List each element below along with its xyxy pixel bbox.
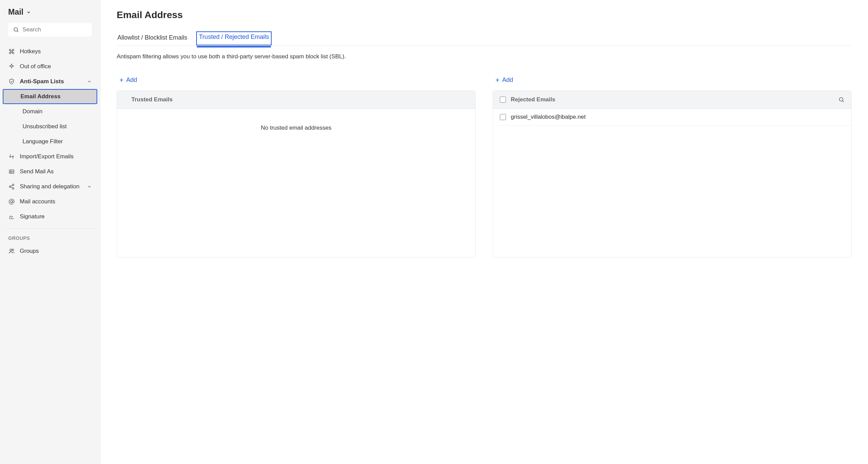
sidebar-item-send-mail-as[interactable]: Send Mail As [0,164,100,179]
share-icon [8,183,15,190]
svg-point-12 [12,249,14,251]
chevron-down-icon [87,184,92,189]
svg-point-5 [9,186,11,188]
plus-icon: + [119,77,124,84]
row-checkbox[interactable] [500,114,506,120]
sidebar-item-import-export[interactable]: Import/Export Emails [0,149,100,164]
sidebar-item-label: Unsubscribed list [23,123,67,130]
svg-point-3 [10,171,11,172]
sidebar-item-anti-spam[interactable]: Anti-Spam Lists [0,74,100,89]
id-card-icon [8,168,15,175]
tab-label: Allowlist / Blocklist Emails [117,34,187,41]
sidebar: Mail Hotkeys Out of office Anti-Spam Lis… [0,0,100,464]
sidebar-item-label: Out of office [20,63,51,70]
trusted-panel: + Add Trusted Emails No trusted email ad… [117,74,476,258]
add-rejected-button[interactable]: + Add [493,74,852,86]
sidebar-item-groups[interactable]: Groups [0,244,100,259]
trusted-empty-state: No trusted email addresses [117,109,475,257]
divider [5,228,95,229]
at-icon [8,198,15,205]
sidebar-item-label: Signature [20,213,45,220]
sidebar-item-label: Sharing and delegation [20,183,79,190]
sidebar-item-label: Domain [23,108,43,115]
row-email: grissel_villalobos@ibalpe.net [511,114,586,120]
page-title: Email Address [117,10,852,20]
svg-point-6 [12,188,14,189]
sidebar-item-label: Import/Export Emails [20,153,74,160]
sidebar-sub-email-address[interactable]: Email Address [3,89,97,104]
sidebar-sub-domain[interactable]: Domain [3,104,97,119]
svg-point-9 [11,201,13,203]
sidebar-item-label: Mail accounts [20,198,55,205]
chevron-down-icon [26,10,31,15]
add-label: Add [502,76,513,84]
sidebar-item-signature[interactable]: Signature [0,209,100,224]
sidebar-item-mail-accounts[interactable]: Mail accounts [0,194,100,209]
rejected-list: Rejected Emails grissel_villalobos@ibalp… [493,90,852,258]
select-all-checkbox[interactable] [500,97,506,103]
sidebar-item-label: Anti-Spam Lists [20,78,64,85]
chevron-up-icon [87,79,92,84]
sidebar-item-hotkeys[interactable]: Hotkeys [0,44,100,59]
sidebar-sub-unsubscribed[interactable]: Unsubscribed list [3,119,97,134]
header-label: Trusted Emails [131,96,173,103]
sidebar-item-label: Email Address [20,93,60,100]
svg-line-7 [11,185,12,186]
import-export-icon [8,153,15,160]
svg-point-0 [14,28,18,31]
svg-line-1 [17,31,18,32]
svg-point-11 [10,249,12,251]
svg-point-4 [12,184,14,186]
sidebar-item-out-of-office[interactable]: Out of office [0,59,100,74]
search-icon[interactable] [838,97,844,103]
plus-icon: + [495,77,500,84]
svg-point-13 [839,98,843,101]
trusted-list-header: Trusted Emails [117,91,475,109]
tab-allowlist-blocklist[interactable]: Allowlist / Blocklist Emails [117,31,188,45]
rejected-list-header: Rejected Emails [493,91,851,109]
sidebar-item-label: Language Filter [23,138,63,145]
search-box[interactable] [8,23,92,37]
rejected-panel: + Add Rejected Emails grissel_villalobos… [493,74,852,258]
add-trusted-button[interactable]: + Add [117,74,476,86]
sidebar-sub-language-filter[interactable]: Language Filter [3,134,97,149]
header-label: Rejected Emails [511,96,555,103]
airplane-icon [8,63,15,70]
sidebar-item-sharing[interactable]: Sharing and delegation [0,179,100,194]
page-description: Antispam filtering allows you to use bot… [117,53,852,60]
groups-section-label: GROUPS [0,233,100,244]
command-icon [8,48,15,55]
sidebar-item-label: Send Mail As [20,168,54,175]
svg-line-14 [842,101,843,102]
sidebar-header[interactable]: Mail [0,8,100,23]
tab-label: Trusted / Rejected Emails [199,33,269,40]
main-content: Email Address Allowlist / Blocklist Emai… [100,0,868,464]
svg-rect-2 [9,170,14,174]
add-label: Add [126,76,137,84]
tabs: Allowlist / Blocklist Emails Trusted / R… [117,31,852,46]
signature-icon [8,213,15,220]
sidebar-title: Mail [8,8,24,17]
search-input[interactable] [23,26,87,33]
sidebar-item-label: Groups [20,248,39,255]
tab-trusted-rejected[interactable]: Trusted / Rejected Emails [196,31,272,45]
sidebar-item-label: Hotkeys [20,48,41,55]
trusted-list: Trusted Emails No trusted email addresse… [117,90,476,258]
shield-icon [8,78,15,85]
search-icon [13,27,19,33]
panels: + Add Trusted Emails No trusted email ad… [117,74,852,258]
list-item[interactable]: grissel_villalobos@ibalpe.net [493,109,851,126]
svg-line-8 [11,187,12,188]
users-icon [8,248,15,255]
